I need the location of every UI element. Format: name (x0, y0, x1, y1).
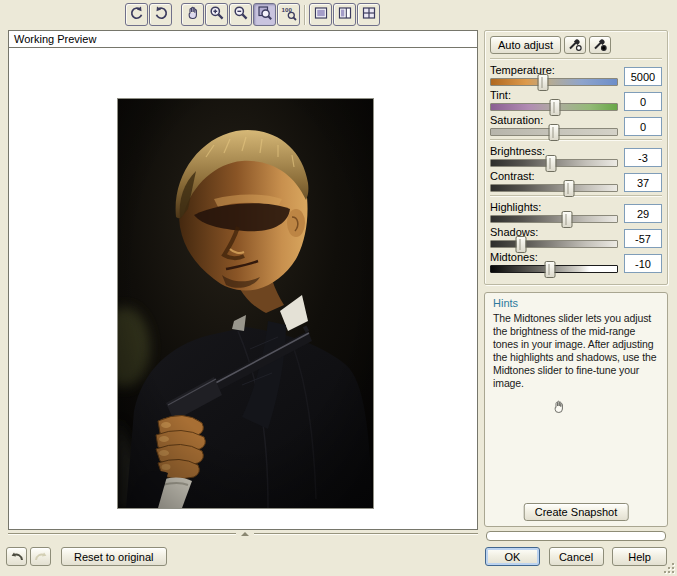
view-single-button[interactable] (309, 3, 332, 26)
four-pane-icon (361, 5, 377, 24)
rotate-cw-icon (153, 5, 169, 24)
view-grid-button[interactable] (357, 3, 380, 26)
dialog-buttons: OK Cancel Help (485, 547, 667, 566)
pan-tool-button[interactable] (181, 3, 204, 26)
progress-bar (486, 531, 666, 541)
group-divider (490, 195, 662, 197)
toolbar: 100 (125, 3, 381, 26)
create-snapshot-button[interactable]: Create Snapshot (524, 503, 629, 521)
temperature-value-field[interactable]: 5000 (624, 67, 662, 86)
working-preview-panel: Working Preview (8, 30, 478, 530)
tint-slider-track[interactable] (490, 103, 618, 111)
tint-slider-row: Tint:0 (490, 88, 662, 111)
up-arrow-icon (241, 532, 249, 536)
temperature-slider-thumb[interactable] (537, 74, 548, 91)
saturation-slider-row: Saturation:0 (490, 113, 662, 136)
highlights-slider-row: Highlights:29 (490, 200, 662, 223)
resize-grip[interactable] (663, 562, 676, 575)
group-divider (490, 58, 662, 60)
brightness-value-field[interactable]: -3 (624, 148, 662, 167)
black-point-eyedropper-button[interactable] (589, 36, 611, 54)
hand-icon (185, 5, 201, 24)
tint-value-field[interactable]: 0 (624, 92, 662, 111)
highlights-label: Highlights: (490, 201, 618, 213)
midtones-slider-thumb[interactable] (545, 261, 556, 278)
temperature-slider-track[interactable] (490, 78, 618, 86)
preview-photo (117, 98, 374, 509)
zoom-in-icon (209, 5, 225, 24)
temperature-slider-row: Temperature:5000 (490, 63, 662, 86)
contrast-value-field[interactable]: 37 (624, 173, 662, 192)
rotate-ccw-icon (129, 5, 145, 24)
highlights-slider-track[interactable] (490, 215, 618, 223)
single-pane-icon (313, 5, 329, 24)
shadows-slider-row: Shadows:-57 (490, 225, 662, 248)
contrast-slider-thumb[interactable] (564, 180, 575, 197)
shadows-label: Shadows: (490, 226, 618, 238)
rotate-left-button[interactable] (125, 3, 148, 26)
contrast-slider-track[interactable] (490, 184, 618, 192)
temperature-label: Temperature: (490, 64, 618, 76)
preview-panel-title: Working Preview (9, 31, 477, 48)
preview-splitter (8, 531, 478, 537)
redo-button[interactable] (30, 547, 51, 566)
slider-groups: Temperature:5000Tint:0Saturation:0Bright… (490, 63, 662, 273)
zoom-out-button[interactable] (229, 3, 252, 26)
reset-to-original-button[interactable]: Reset to original (61, 547, 167, 566)
contrast-slider-row: Contrast:37 (490, 169, 662, 192)
brightness-slider-row: Brightness:-3 (490, 144, 662, 167)
toolbar-separator (304, 5, 305, 25)
hints-title: Hints (493, 297, 659, 309)
raw-adjust-dialog: 100 Working Preview (0, 0, 677, 576)
highlights-value-field[interactable]: 29 (624, 204, 662, 223)
view-split-button[interactable] (333, 3, 356, 26)
midtones-value-field[interactable]: -10 (624, 254, 662, 273)
ok-button[interactable]: OK (485, 547, 540, 566)
redo-icon (33, 548, 49, 566)
brightness-slider-track[interactable] (490, 159, 618, 167)
tint-slider-thumb[interactable] (550, 99, 561, 116)
saturation-slider-thumb[interactable] (549, 124, 560, 141)
split-pane-icon (337, 5, 353, 24)
rotate-right-button[interactable] (149, 3, 172, 26)
footer-left: Reset to original (6, 547, 167, 566)
adjustments-panel: Auto adjust Temperature:5000Tint:0Satura… (484, 30, 668, 285)
zoom-100-icon: 100 (281, 5, 297, 24)
midtones-slider-track[interactable] (490, 265, 618, 273)
highlights-slider-thumb[interactable] (561, 211, 572, 228)
eyedropper-white-icon (567, 36, 583, 54)
saturation-slider-track[interactable] (490, 128, 618, 136)
brightness-slider-thumb[interactable] (546, 155, 557, 172)
undo-button[interactable] (6, 547, 27, 566)
zoom-100-button[interactable]: 100 (277, 3, 300, 26)
shadows-slider-track[interactable] (490, 240, 618, 248)
hints-panel: Hints The Midtones slider lets you adjus… (484, 292, 668, 527)
help-button[interactable]: Help (612, 547, 667, 566)
group-divider (490, 139, 662, 141)
preview-canvas (9, 48, 477, 529)
hand-cursor-icon (551, 399, 567, 415)
white-point-eyedropper-button[interactable] (564, 36, 586, 54)
zoom-fit-icon (257, 5, 273, 24)
shadows-slider-thumb[interactable] (516, 236, 527, 253)
auto-adjust-button[interactable]: Auto adjust (490, 36, 561, 54)
zoom-in-button[interactable] (205, 3, 228, 26)
collapse-arrow-button[interactable] (236, 531, 254, 537)
eyedropper-black-icon (592, 36, 608, 54)
zoom-fit-button[interactable] (253, 3, 276, 26)
auto-adjust-row: Auto adjust (490, 36, 662, 54)
hints-text: The Midtones slider lets you adjust the … (493, 312, 659, 390)
midtones-slider-row: Midtones:-10 (490, 250, 662, 273)
shadows-value-field[interactable]: -57 (624, 229, 662, 248)
cancel-button[interactable]: Cancel (549, 547, 604, 566)
zoom-out-icon (233, 5, 249, 24)
undo-icon (9, 548, 25, 566)
saturation-value-field[interactable]: 0 (624, 117, 662, 136)
